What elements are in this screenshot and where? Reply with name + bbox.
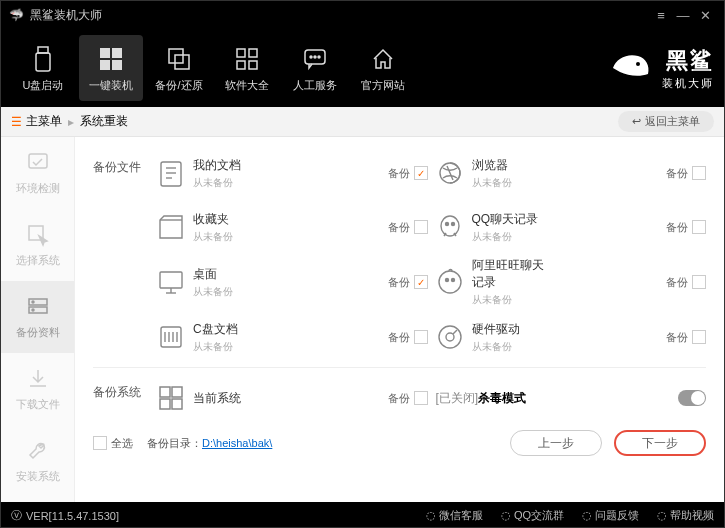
- svg-rect-0: [38, 47, 48, 53]
- select-all[interactable]: 全选: [93, 436, 133, 451]
- file-checkbox[interactable]: [692, 330, 706, 344]
- file-icon: [149, 158, 193, 188]
- svg-rect-31: [160, 272, 182, 288]
- window-title: 黑鲨装机大师: [30, 7, 102, 24]
- svg-rect-8: [237, 49, 245, 57]
- file-icon: [428, 322, 472, 352]
- svg-rect-2: [100, 48, 110, 58]
- prev-button[interactable]: 上一步: [510, 430, 602, 456]
- svg-point-29: [445, 223, 448, 226]
- back-main-button[interactable]: ↩ 返回主菜单: [618, 111, 714, 132]
- file-icon: [428, 212, 472, 242]
- svg-line-44: [453, 330, 457, 334]
- file-icon: [428, 267, 472, 297]
- file-icon: [149, 322, 193, 352]
- nav-website[interactable]: 官方网站: [351, 35, 415, 101]
- section-sys-title: 备份系统: [93, 374, 149, 422]
- svg-rect-47: [160, 399, 170, 409]
- crumb-sub: 系统重装: [80, 113, 128, 130]
- usb-icon: [31, 44, 55, 74]
- version-icon: ⓥ: [11, 508, 22, 523]
- nav-service[interactable]: 人工服务: [283, 35, 347, 101]
- svg-rect-4: [100, 60, 110, 70]
- selectall-checkbox[interactable]: [93, 436, 107, 450]
- sys-row: 当前系统 备份: [149, 374, 428, 422]
- file-checkbox[interactable]: [414, 330, 428, 344]
- windows-icon: [149, 383, 193, 413]
- svg-point-22: [32, 309, 34, 311]
- app-icon: 🦈: [9, 8, 24, 22]
- svg-point-16: [636, 62, 640, 66]
- side-download[interactable]: 下载文件: [1, 353, 74, 425]
- nav-software[interactable]: 软件大全: [215, 35, 279, 101]
- backup-dir-link[interactable]: D:\heisha\bak\: [202, 437, 272, 449]
- apps-icon: [234, 44, 260, 74]
- svg-point-42: [439, 326, 461, 348]
- svg-point-43: [446, 333, 454, 341]
- side-install[interactable]: 安装系统: [1, 425, 74, 497]
- titlebar: 🦈 黑鲨装机大师 ≡ — ✕: [1, 1, 724, 29]
- copy-icon: [166, 44, 192, 74]
- file-row: QQ聊天记录从未备份 备份: [428, 203, 707, 251]
- svg-rect-10: [237, 61, 245, 69]
- svg-rect-37: [161, 327, 181, 347]
- windows-icon: [98, 44, 124, 74]
- file-checkbox[interactable]: [414, 220, 428, 234]
- svg-rect-5: [112, 60, 122, 70]
- file-row: 收藏夹从未备份 备份: [149, 203, 428, 251]
- top-nav: U盘启动 一键装机 备份/还原 软件大全 人工服务 官方网站 黑鲨 装机大师: [1, 29, 724, 107]
- side-select[interactable]: 选择系统: [1, 209, 74, 281]
- footer-qq[interactable]: ◌ QQ交流群: [501, 508, 564, 523]
- file-icon: [428, 158, 472, 188]
- nav-onekey[interactable]: 一键装机: [79, 35, 143, 101]
- next-button[interactable]: 下一步: [614, 430, 706, 456]
- back-icon: ↩: [632, 115, 641, 128]
- svg-rect-1: [36, 53, 50, 71]
- version-text: VER[11.5.47.1530]: [26, 510, 119, 522]
- svg-point-30: [451, 223, 454, 226]
- main-panel: 备份文件 我的文档从未备份 备份 浏览器从未备份 备份 收藏夹从未备份 备份 Q…: [75, 137, 724, 502]
- section-files-title: 备份文件: [93, 149, 149, 361]
- nav-usb[interactable]: U盘启动: [11, 35, 75, 101]
- file-row: 桌面从未备份 备份: [149, 257, 428, 307]
- svg-point-35: [445, 279, 448, 282]
- close-button[interactable]: ✕: [694, 8, 716, 23]
- file-row: C盘文档从未备份 备份: [149, 313, 428, 361]
- home-icon: [370, 44, 396, 74]
- breadcrumb-bar: ☰ 主菜单 ▸ 系统重装 ↩ 返回主菜单: [1, 107, 724, 137]
- minimize-button[interactable]: —: [672, 8, 694, 23]
- svg-rect-3: [112, 48, 122, 58]
- sys-checkbox[interactable]: [414, 391, 428, 405]
- chat-icon: [302, 44, 328, 74]
- svg-point-15: [318, 56, 320, 58]
- list-icon: ☰: [11, 115, 22, 129]
- brand: 黑鲨 装机大师: [608, 46, 714, 91]
- file-row: 硬件驱动从未备份 备份: [428, 313, 707, 361]
- crumb-main[interactable]: 主菜单: [26, 113, 62, 130]
- file-checkbox[interactable]: [414, 166, 428, 180]
- backup-dir: 备份目录：D:\heisha\bak\: [147, 436, 272, 451]
- svg-point-34: [439, 271, 461, 293]
- kill-toggle[interactable]: [678, 390, 706, 406]
- side-env[interactable]: 环境检测: [1, 137, 74, 209]
- footer-wechat[interactable]: ◌ 微信客服: [426, 508, 483, 523]
- svg-rect-23: [161, 162, 181, 186]
- footer-feedback[interactable]: ◌ 问题反馈: [582, 508, 639, 523]
- footer: ⓥVER[11.5.47.1530] ◌ 微信客服 ◌ QQ交流群 ◌ 问题反馈…: [1, 502, 724, 528]
- nav-backup[interactable]: 备份/还原: [147, 35, 211, 101]
- svg-rect-6: [169, 49, 183, 63]
- file-checkbox[interactable]: [692, 220, 706, 234]
- svg-rect-11: [249, 61, 257, 69]
- svg-rect-48: [172, 399, 182, 409]
- side-backup[interactable]: 备份资料: [1, 281, 74, 353]
- file-checkbox[interactable]: [692, 275, 706, 289]
- menu-button[interactable]: ≡: [650, 8, 672, 23]
- svg-rect-46: [172, 387, 182, 397]
- sidebar: 环境检测 选择系统 备份资料 下载文件 安装系统: [1, 137, 75, 502]
- chevron-right-icon: ▸: [68, 115, 74, 129]
- shark-icon: [608, 48, 654, 88]
- file-row: 我的文档从未备份 备份: [149, 149, 428, 197]
- file-checkbox[interactable]: [414, 275, 428, 289]
- file-checkbox[interactable]: [692, 166, 706, 180]
- footer-help[interactable]: ◌ 帮助视频: [657, 508, 714, 523]
